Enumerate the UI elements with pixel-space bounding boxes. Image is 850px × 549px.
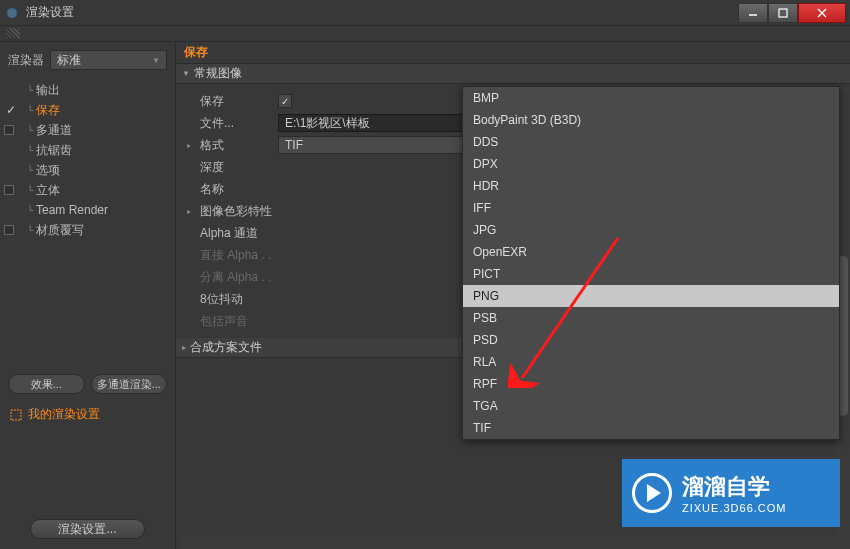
renderer-select[interactable]: 标准 ▼ (50, 50, 167, 70)
dither-label: 8位抖动 (200, 291, 272, 308)
maximize-button[interactable] (768, 3, 798, 23)
name-label: 名称 (200, 181, 272, 198)
save-checkbox[interactable]: ✓ (278, 94, 292, 108)
tree-item-teamrender[interactable]: └Team Render (0, 200, 175, 220)
svg-rect-2 (779, 9, 787, 17)
svg-rect-5 (11, 410, 21, 420)
depth-label: 深度 (200, 159, 272, 176)
tree-item-save[interactable]: ✓└保存 (0, 100, 175, 120)
format-label: 格式 (200, 137, 272, 154)
tree-item-material-override[interactable]: └材质覆写 (0, 220, 175, 240)
render-settings-button[interactable]: 渲染设置... (30, 519, 145, 539)
horizontal-scrollbar[interactable] (178, 535, 850, 549)
format-option-bmp[interactable]: BMP (463, 87, 839, 109)
straight-alpha-label: 直接 Alpha . . (200, 247, 272, 264)
close-button[interactable] (798, 3, 846, 23)
format-option-psd[interactable]: PSD (463, 329, 839, 351)
format-dropdown: BMPBodyPaint 3D (B3D)DDSDPXHDRIFFJPGOpen… (462, 86, 840, 440)
save-checkbox-label: 保存 (200, 93, 272, 110)
triangle-right-icon: ▸ (182, 343, 186, 352)
left-panel: 渲染器 标准 ▼ └输出 ✓└保存 └多通道 └抗锯齿 └选项 └立体 └Tea… (0, 42, 176, 549)
my-render-settings[interactable]: 我的渲染设置 (0, 400, 175, 429)
format-option-tga[interactable]: TGA (463, 395, 839, 417)
format-option-rla[interactable]: RLA (463, 351, 839, 373)
triangle-down-icon: ▼ (182, 69, 190, 78)
tree-item-output[interactable]: └输出 (0, 80, 175, 100)
format-option-dpx[interactable]: DPX (463, 153, 839, 175)
tree-item-stereo[interactable]: └立体 (0, 180, 175, 200)
format-option-dds[interactable]: DDS (463, 131, 839, 153)
section-regular-image[interactable]: ▼ 常规图像 (176, 64, 850, 84)
settings-tree: └输出 ✓└保存 └多通道 └抗锯齿 └选项 └立体 └Team Render … (0, 80, 175, 368)
format-option-png[interactable]: PNG (463, 285, 839, 307)
tree-item-multipass[interactable]: └多通道 (0, 120, 175, 140)
titlebar: 渲染设置 (0, 0, 850, 26)
play-icon (632, 473, 672, 513)
svg-point-0 (7, 7, 18, 18)
chevron-down-icon: ▼ (152, 56, 160, 65)
format-option-jpg[interactable]: JPG (463, 219, 839, 241)
multipass-render-button[interactable]: 多通道渲染... (91, 374, 168, 394)
window-title: 渲染设置 (26, 4, 738, 21)
format-option-openexr[interactable]: OpenEXR (463, 241, 839, 263)
format-option-pict[interactable]: PICT (463, 263, 839, 285)
alpha-label: Alpha 通道 (200, 225, 272, 242)
format-option-tif[interactable]: TIF (463, 417, 839, 439)
grip-bar[interactable] (0, 26, 850, 42)
include-sound-label: 包括声音 (200, 313, 272, 330)
tree-item-options[interactable]: └选项 (0, 160, 175, 180)
format-option-rpf[interactable]: RPF (463, 373, 839, 395)
format-option-iff[interactable]: IFF (463, 197, 839, 219)
app-icon (4, 5, 20, 21)
watermark: 溜溜自学 ZIXUE.3D66.COM (622, 459, 840, 527)
frame-icon (10, 409, 22, 421)
format-option-bodypaint3db3d[interactable]: BodyPaint 3D (B3D) (463, 109, 839, 131)
tab-save[interactable]: 保存 (176, 42, 850, 64)
separate-alpha-label: 分离 Alpha . . (200, 269, 272, 286)
renderer-label: 渲染器 (8, 52, 44, 69)
colorprofile-label: 图像色彩特性 (200, 203, 272, 220)
format-option-psb[interactable]: PSB (463, 307, 839, 329)
expand-icon[interactable]: ▸ (184, 141, 194, 150)
file-label: 文件... (200, 115, 272, 132)
format-option-hdr[interactable]: HDR (463, 175, 839, 197)
tree-item-antialias[interactable]: └抗锯齿 (0, 140, 175, 160)
effect-button[interactable]: 效果... (8, 374, 85, 394)
minimize-button[interactable] (738, 3, 768, 23)
